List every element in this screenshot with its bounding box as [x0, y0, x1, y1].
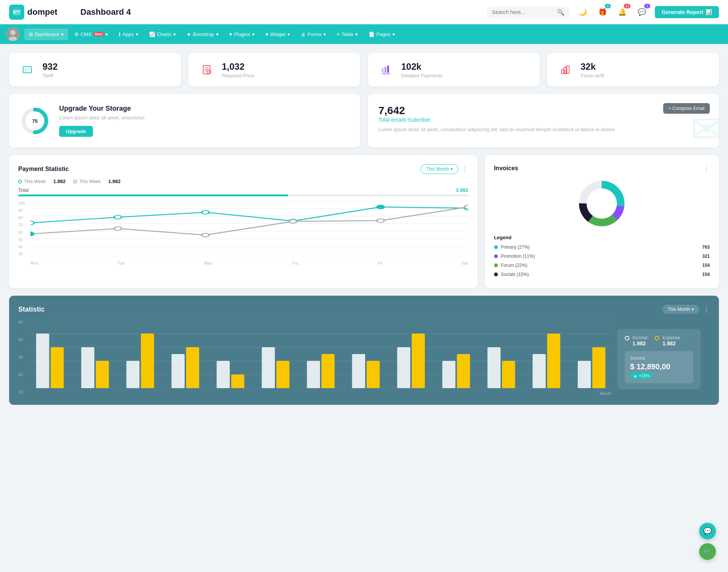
nav-bar: ⊞ Dashboard ▾ ⚙ CMS New ▾ ℹ Apps ▾ 📈 Cha… [0, 24, 728, 44]
payments-icon [377, 61, 395, 79]
force-value: 32k [581, 61, 604, 72]
svg-point-2 [14, 12, 15, 14]
svg-point-43 [464, 205, 468, 209]
chevron-down-icon-bootstrap: ▾ [216, 31, 219, 37]
socials-val: 154 [702, 272, 710, 277]
income-label: Income [632, 335, 647, 340]
search-input[interactable] [492, 9, 554, 15]
total-label: Total [18, 187, 28, 193]
gift-badge: 2 [605, 4, 611, 8]
chevron-down-icon-apps: ▾ [136, 31, 138, 37]
nav-item-forms[interactable]: 🖨 Forms ▾ [296, 28, 331, 40]
chat-btn[interactable]: 💬 5 [635, 5, 649, 19]
nav-item-dashboard[interactable]: ⊞ Dashboard ▾ [24, 28, 68, 40]
stats-row: 932 Tariff + 1,032 Required Price [9, 53, 719, 86]
svg-rect-59 [126, 361, 140, 388]
payment-progress [18, 194, 468, 196]
price-label: Required Price [222, 73, 254, 78]
promo-val: 321 [702, 254, 710, 259]
svg-rect-64 [231, 375, 245, 388]
payment-card: Payment Statistic This Month ▾ ⋮ This We… [9, 155, 477, 288]
logo-icon [9, 5, 24, 20]
payment-menu-button[interactable]: ⋮ [461, 165, 468, 173]
nav-item-bootstrap[interactable]: ★ Bootstrap ▾ [182, 28, 223, 40]
gift-btn[interactable]: 🎁 2 [596, 5, 609, 19]
statistic-menu-button[interactable]: ⋮ [703, 305, 710, 313]
nav-item-widget[interactable]: ♥ Widget ▾ [261, 28, 295, 40]
svg-rect-1 [13, 11, 20, 12]
socials-dot [494, 273, 498, 276]
svg-rect-16 [384, 67, 386, 73]
svg-rect-57 [81, 347, 94, 388]
logo-area: dompet [9, 5, 70, 20]
email-subtitle: Total emails Subcriber. [378, 117, 708, 123]
income-detail-label: Income [630, 356, 688, 361]
payment-title: Payment Statistic [18, 166, 69, 172]
statistic-month-button[interactable]: This Month ▾ [662, 305, 699, 314]
stat-card-payments: 102k Detalled Payments [368, 53, 540, 86]
chat-icon: 💬 [638, 8, 646, 16]
expense-item: Expense 1.982 [655, 335, 680, 346]
expense-dot [655, 336, 659, 340]
income-detail-panel: Income $ 12,890,00 ▲ +15% [625, 351, 693, 383]
this-month-button[interactable]: This Month ▾ [420, 164, 458, 174]
svg-point-39 [114, 227, 121, 230]
upgrade-button[interactable]: Upgrade [59, 126, 93, 137]
support-icon: 💬 [703, 527, 712, 535]
widget-icon: ♥ [265, 31, 268, 37]
moon-btn[interactable]: 🌙 [576, 5, 590, 19]
svg-rect-80 [592, 347, 606, 388]
charts-icon: 📈 [149, 31, 155, 37]
nav-item-table[interactable]: ≡ Table ▾ [332, 28, 362, 40]
this-month-label: This Month [426, 166, 449, 172]
legend-val-1: 1.982 [53, 179, 66, 184]
line-chart: 100 90 80 70 60 50 40 30 [18, 201, 468, 265]
income-change: ▲ +15% [630, 373, 653, 379]
svg-rect-8 [28, 68, 30, 70]
chevron-down-icon: ▾ [61, 31, 64, 37]
statistic-body: 50 40 30 20 10 [18, 320, 710, 396]
promo-dot [494, 254, 498, 258]
svg-rect-76 [502, 361, 515, 388]
table-icon: ≡ [337, 31, 340, 37]
nav-label-table: Table [342, 31, 353, 37]
up-arrow-icon: ▲ [633, 373, 637, 378]
forms-icon: 🖨 [301, 31, 306, 37]
nav-label-apps: Apps [122, 31, 134, 37]
storage-donut: 75 [20, 106, 50, 136]
stat-card-tariff: 932 Tariff [9, 53, 181, 86]
header-right: 🔍 🌙 🎁 2 🔔 12 💬 5 Generate Report 📊 [486, 5, 719, 19]
statistic-title: Statistic [18, 306, 45, 313]
statistic-controls: This Month ▾ ⋮ [662, 305, 710, 314]
nav-item-apps[interactable]: ℹ Apps ▾ [114, 28, 143, 40]
svg-rect-78 [547, 334, 560, 388]
nav-item-plugins[interactable]: ♥ Plugins ▾ [225, 28, 259, 40]
nav-item-charts[interactable]: 📈 Charts ▾ [144, 28, 180, 40]
storage-percent: 75 [32, 118, 38, 124]
generate-report-button[interactable]: Generate Report 📊 [655, 6, 719, 18]
bell-btn[interactable]: 🔔 12 [615, 5, 629, 19]
legend-item-1: This Week [18, 179, 46, 184]
charts-row: Payment Statistic This Month ▾ ⋮ This We… [9, 155, 719, 288]
storage-card: 75 Upgrade Your Storage Lorem ipsum dolo… [9, 94, 360, 147]
mid-row: 75 Upgrade Your Storage Lorem ipsum dolo… [9, 94, 719, 147]
storage-title: Upgrade Your Storage [59, 105, 146, 113]
nav-item-pages[interactable]: 📄 Pages ▾ [364, 28, 400, 40]
tariff-icon [18, 61, 36, 79]
nav-item-cms[interactable]: ⚙ CMS New ▾ [70, 28, 113, 40]
primary-label: Primary (27%) [501, 244, 530, 250]
support-fab[interactable]: 💬 [699, 523, 716, 539]
invoices-menu-button[interactable]: ⋮ [703, 164, 710, 172]
svg-rect-55 [36, 334, 49, 388]
svg-rect-79 [578, 361, 591, 388]
pages-icon: 📄 [369, 31, 375, 37]
month-label: Month [29, 391, 611, 396]
cms-icon: ⚙ [74, 31, 79, 37]
socials-label: Socials (15%) [501, 272, 529, 277]
svg-rect-75 [488, 347, 501, 388]
bootstrap-icon: ★ [187, 31, 191, 37]
search-box[interactable]: 🔍 [486, 6, 570, 18]
svg-rect-6 [23, 67, 31, 73]
price-info: 1,032 Required Price [222, 61, 254, 78]
cart-fab[interactable]: 🛒 [699, 543, 716, 560]
